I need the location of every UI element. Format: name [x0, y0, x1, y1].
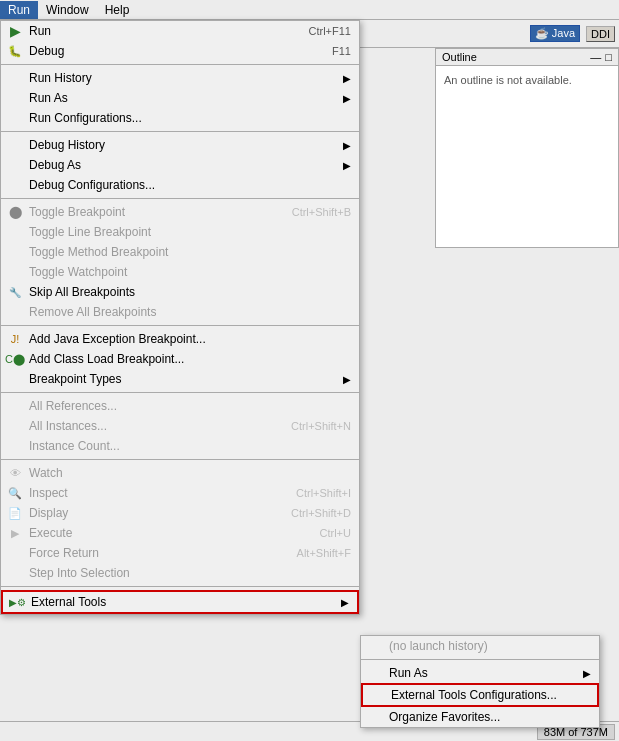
watch-label: Watch: [29, 466, 63, 480]
debug-as-label: Debug As: [29, 158, 81, 172]
execute-label: Execute: [29, 526, 72, 540]
sub-run-as-arrow: ▶: [583, 668, 591, 679]
submenu-item-run-as[interactable]: Run As ▶: [361, 663, 599, 683]
menu-item-run-configs[interactable]: Run Configurations...: [1, 108, 359, 128]
run-shortcut: Ctrl+F11: [289, 25, 352, 37]
sep5: [1, 392, 359, 393]
toggle-watchpoint-icon: [7, 264, 23, 280]
run-as-arrow: ▶: [343, 93, 351, 104]
menu-item-all-instances[interactable]: All Instances... Ctrl+Shift+N: [1, 416, 359, 436]
remove-all-bp-label: Remove All Breakpoints: [29, 305, 156, 319]
watch-icon: 👁: [7, 465, 23, 481]
menu-item-remove-all-bp[interactable]: Remove All Breakpoints: [1, 302, 359, 322]
display-label: Display: [29, 506, 68, 520]
sep4: [1, 325, 359, 326]
outline-header: Outline — □: [436, 49, 618, 66]
run-icon: ▶: [7, 23, 23, 39]
inspect-shortcut: Ctrl+Shift+I: [276, 487, 351, 499]
menu-item-watch[interactable]: 👁 Watch: [1, 463, 359, 483]
menu-item-debug-configs[interactable]: Debug Configurations...: [1, 175, 359, 195]
toggle-method-bp-label: Toggle Method Breakpoint: [29, 245, 168, 259]
all-instances-shortcut: Ctrl+Shift+N: [271, 420, 351, 432]
add-class-bp-label: Add Class Load Breakpoint...: [29, 352, 184, 366]
outline-panel: Outline — □ An outline is not available.: [435, 48, 619, 248]
menu-item-instance-count[interactable]: Instance Count...: [1, 436, 359, 456]
menu-help[interactable]: Help: [97, 1, 138, 19]
bp-types-arrow: ▶: [343, 374, 351, 385]
outline-title: Outline: [442, 51, 477, 63]
menu-item-step-into[interactable]: Step Into Selection: [1, 563, 359, 583]
execute-icon: ▶: [7, 525, 23, 541]
instance-count-label: Instance Count...: [29, 439, 120, 453]
add-java-ex-icon: J!: [7, 331, 23, 347]
outline-message: An outline is not available.: [444, 74, 572, 86]
run-history-arrow: ▶: [343, 73, 351, 84]
sep6: [1, 459, 359, 460]
skip-all-bp-icon: 🔧: [7, 284, 23, 300]
menu-item-run-as[interactable]: Run As ▶: [1, 88, 359, 108]
sub-ext-tools-config-icon: [369, 687, 385, 703]
perspective-java-btn[interactable]: ☕ Java: [530, 25, 580, 42]
debug-as-icon: [7, 157, 23, 173]
menu-item-debug-history[interactable]: Debug History ▶: [1, 135, 359, 155]
minimize-icon[interactable]: —: [590, 51, 601, 63]
menu-item-inspect[interactable]: 🔍 Inspect Ctrl+Shift+I: [1, 483, 359, 503]
maximize-icon[interactable]: □: [605, 51, 612, 63]
run-history-label: Run History: [29, 71, 92, 85]
sub-organize-favs-label: Organize Favorites...: [389, 710, 500, 724]
menu-item-execute[interactable]: ▶ Execute Ctrl+U: [1, 523, 359, 543]
execute-shortcut: Ctrl+U: [300, 527, 351, 539]
run-dropdown-menu: ▶ Run Ctrl+F11 🐛 Debug F11 Run History ▶…: [0, 20, 360, 615]
debug-icon: 🐛: [7, 43, 23, 59]
run-label: Run: [29, 24, 51, 38]
all-refs-icon: [7, 398, 23, 414]
menu-bar: Run Window Help: [0, 0, 619, 20]
menu-item-run[interactable]: ▶ Run Ctrl+F11: [1, 21, 359, 41]
menu-item-debug[interactable]: 🐛 Debug F11: [1, 41, 359, 61]
add-class-bp-icon: C⬤: [7, 351, 23, 367]
external-tools-icon: ▶⚙: [9, 594, 25, 610]
debug-history-label: Debug History: [29, 138, 105, 152]
sub-ext-tools-config-label: External Tools Configurations...: [391, 688, 557, 702]
skip-all-bp-label: Skip All Breakpoints: [29, 285, 135, 299]
menu-item-toggle-bp[interactable]: ⬤ Toggle Breakpoint Ctrl+Shift+B: [1, 202, 359, 222]
bp-types-icon: [7, 371, 23, 387]
menu-item-display[interactable]: 📄 Display Ctrl+Shift+D: [1, 503, 359, 523]
run-history-icon: [7, 70, 23, 86]
submenu-item-organize-favs[interactable]: Organize Favorites...: [361, 707, 599, 727]
menu-item-debug-as[interactable]: Debug As ▶: [1, 155, 359, 175]
step-into-label: Step Into Selection: [29, 566, 130, 580]
bp-types-label: Breakpoint Types: [29, 372, 122, 386]
toggle-line-bp-icon: [7, 224, 23, 240]
menu-item-bp-types[interactable]: Breakpoint Types ▶: [1, 369, 359, 389]
force-return-icon: [7, 545, 23, 561]
menu-item-all-refs[interactable]: All References...: [1, 396, 359, 416]
submenu-item-ext-tools-config[interactable]: External Tools Configurations...: [361, 683, 599, 707]
menu-item-add-java-ex[interactable]: J! Add Java Exception Breakpoint...: [1, 329, 359, 349]
sep2: [1, 131, 359, 132]
menu-item-external-tools[interactable]: ▶⚙ External Tools ▶: [1, 590, 359, 614]
menu-item-run-history[interactable]: Run History ▶: [1, 68, 359, 88]
run-configs-label: Run Configurations...: [29, 111, 142, 125]
menu-item-toggle-watchpoint[interactable]: Toggle Watchpoint: [1, 262, 359, 282]
run-as-label: Run As: [29, 91, 68, 105]
outline-content: An outline is not available.: [436, 66, 618, 94]
menu-item-toggle-line-bp[interactable]: Toggle Line Breakpoint: [1, 222, 359, 242]
run-as-icon: [7, 90, 23, 106]
toggle-bp-icon: ⬤: [7, 204, 23, 220]
menu-item-skip-all-bp[interactable]: 🔧 Skip All Breakpoints: [1, 282, 359, 302]
add-java-ex-label: Add Java Exception Breakpoint...: [29, 332, 206, 346]
sub-organize-favs-icon: [367, 709, 383, 725]
force-return-shortcut: Alt+Shift+F: [277, 547, 351, 559]
perspective-ddi-btn[interactable]: DDI: [586, 26, 615, 42]
menu-run[interactable]: Run: [0, 1, 38, 19]
menu-item-toggle-method-bp[interactable]: Toggle Method Breakpoint: [1, 242, 359, 262]
menu-item-force-return[interactable]: Force Return Alt+Shift+F: [1, 543, 359, 563]
menu-window[interactable]: Window: [38, 1, 97, 19]
menu-item-add-class-bp[interactable]: C⬤ Add Class Load Breakpoint...: [1, 349, 359, 369]
run-configs-icon: [7, 110, 23, 126]
external-tools-submenu: (no launch history) Run As ▶ External To…: [360, 635, 600, 728]
toggle-line-bp-label: Toggle Line Breakpoint: [29, 225, 151, 239]
sub-run-as-icon: [367, 665, 383, 681]
debug-history-icon: [7, 137, 23, 153]
